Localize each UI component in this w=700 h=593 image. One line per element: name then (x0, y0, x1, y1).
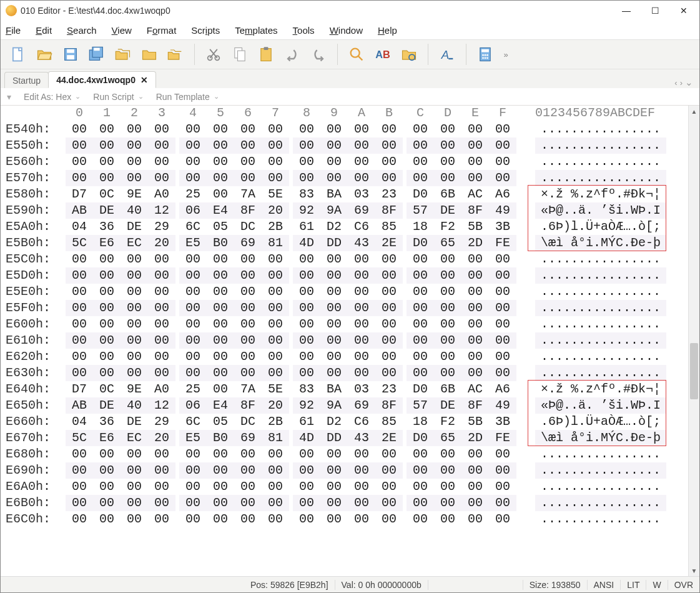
hex-byte[interactable]: 00 (461, 154, 489, 170)
hex-byte[interactable]: A0 (148, 186, 175, 202)
hex-byte[interactable]: 00 (66, 479, 93, 495)
hex-byte[interactable]: 00 (375, 251, 403, 267)
hex-byte[interactable]: 00 (461, 332, 489, 349)
highlight-button[interactable]: A (435, 42, 460, 66)
hex-byte[interactable]: 83 (293, 186, 320, 202)
hex-byte[interactable]: 00 (262, 511, 289, 527)
hex-byte[interactable]: 00 (121, 495, 148, 511)
hex-byte[interactable]: 00 (234, 349, 262, 365)
hex-byte[interactable]: 00 (489, 121, 516, 137)
hex-byte[interactable]: 00 (407, 137, 434, 154)
ascii-text[interactable]: ................ (535, 170, 666, 186)
ascii-text[interactable]: ................ (535, 300, 666, 316)
ascii-text[interactable]: .6Þ)l.Ü+aÒÆ….ò[; (535, 219, 666, 235)
hex-byte[interactable]: 00 (407, 284, 434, 300)
hex-byte[interactable]: 00 (179, 300, 207, 316)
ascii-text[interactable]: ................ (535, 349, 666, 365)
hex-byte[interactable]: 00 (320, 332, 348, 349)
hex-byte[interactable]: 00 (93, 300, 121, 316)
hex-byte[interactable]: 00 (121, 446, 148, 462)
hex-byte[interactable]: 06 (179, 202, 207, 219)
hex-byte[interactable]: 00 (93, 446, 121, 462)
hex-byte[interactable]: 00 (234, 332, 262, 349)
hex-byte[interactable]: 8F (461, 202, 489, 219)
hex-byte[interactable]: 00 (489, 365, 516, 381)
hex-byte[interactable]: 2B (262, 219, 289, 235)
hex-byte[interactable]: 00 (489, 267, 516, 284)
hex-byte[interactable]: 00 (375, 365, 403, 381)
copy-button[interactable] (227, 42, 252, 66)
status-ansi[interactable]: ANSI (587, 580, 621, 590)
hex-byte[interactable]: 00 (262, 479, 289, 495)
hex-row[interactable]: E540h:00000000000000000000000000000000..… (1, 121, 688, 137)
status-lit[interactable]: LIT (620, 580, 646, 590)
hex-byte[interactable]: 00 (207, 446, 234, 462)
hex-byte[interactable]: 03 (348, 186, 375, 202)
hex-byte[interactable]: BA (320, 186, 348, 202)
hex-row[interactable]: E620h:00000000000000000000000000000000..… (1, 349, 688, 365)
hex-byte[interactable]: EC (121, 235, 148, 251)
menu-help[interactable]: Help (377, 24, 398, 37)
hex-byte[interactable]: 00 (262, 137, 289, 154)
hex-byte[interactable]: 00 (121, 267, 148, 284)
hex-byte[interactable]: 00 (489, 479, 516, 495)
hex-byte[interactable]: 00 (93, 479, 121, 495)
hex-byte[interactable]: 00 (179, 365, 207, 381)
hex-byte[interactable]: 6C (179, 219, 207, 235)
open-recent-button[interactable] (111, 42, 136, 66)
hex-byte[interactable]: 00 (489, 154, 516, 170)
hex-byte[interactable]: 00 (348, 365, 375, 381)
tab-dropdown-icon[interactable]: ⌄ (685, 77, 693, 88)
hex-byte[interactable]: 00 (66, 300, 93, 316)
hex-byte[interactable]: 00 (407, 446, 434, 462)
hex-byte[interactable]: 81 (262, 235, 289, 251)
hex-byte[interactable]: 00 (93, 316, 121, 332)
hex-byte[interactable]: 5B (461, 219, 489, 235)
hex-byte[interactable]: 00 (121, 170, 148, 186)
hex-byte[interactable]: 2E (375, 430, 403, 446)
hex-byte[interactable]: 00 (320, 316, 348, 332)
hex-byte[interactable]: 00 (375, 284, 403, 300)
save-button[interactable] (58, 42, 83, 66)
hex-byte[interactable]: 00 (179, 495, 207, 511)
save-all-button[interactable] (84, 42, 109, 66)
hex-byte[interactable]: 06 (179, 397, 207, 414)
hex-byte[interactable]: 04 (66, 219, 93, 235)
folder-stack-button[interactable] (163, 42, 188, 66)
ascii-text[interactable]: ................ (535, 121, 666, 137)
hex-byte[interactable]: 00 (348, 332, 375, 349)
hex-byte[interactable]: 49 (489, 397, 516, 414)
hex-byte[interactable]: 00 (121, 284, 148, 300)
redo-button[interactable] (306, 42, 331, 66)
hex-byte[interactable]: 00 (148, 121, 175, 137)
hex-byte[interactable]: DD (320, 430, 348, 446)
hex-byte[interactable]: 00 (207, 284, 234, 300)
hex-byte[interactable]: 00 (293, 267, 320, 284)
hex-byte[interactable]: D7 (66, 186, 93, 202)
hex-byte[interactable]: 00 (179, 511, 207, 527)
hex-byte[interactable]: 00 (93, 332, 121, 349)
hex-byte[interactable]: 00 (121, 300, 148, 316)
hex-byte[interactable]: 43 (348, 430, 375, 446)
hex-byte[interactable]: 00 (207, 381, 234, 397)
hex-byte[interactable]: 00 (121, 332, 148, 349)
hex-row[interactable]: E6C0h:00000000000000000000000000000000..… (1, 511, 688, 527)
ascii-text[interactable]: ................ (535, 154, 666, 170)
hex-byte[interactable]: 00 (375, 267, 403, 284)
status-w[interactable]: W (646, 580, 667, 590)
hex-byte[interactable]: DE (93, 397, 121, 414)
hex-byte[interactable]: 85 (375, 414, 403, 430)
hex-byte[interactable]: 00 (121, 316, 148, 332)
hex-byte[interactable]: 00 (320, 170, 348, 186)
hex-byte[interactable]: 00 (489, 137, 516, 154)
hex-byte[interactable]: DE (93, 202, 121, 219)
hex-byte[interactable]: 83 (293, 381, 320, 397)
hex-byte[interactable]: 00 (320, 479, 348, 495)
hex-byte[interactable]: 00 (434, 495, 461, 511)
hex-row[interactable]: E560h:00000000000000000000000000000000..… (1, 154, 688, 170)
hex-byte[interactable]: 00 (121, 251, 148, 267)
hex-byte[interactable]: 00 (234, 479, 262, 495)
menu-window[interactable]: Window (328, 24, 364, 37)
hex-byte[interactable]: 00 (348, 251, 375, 267)
hex-byte[interactable]: 00 (262, 349, 289, 365)
